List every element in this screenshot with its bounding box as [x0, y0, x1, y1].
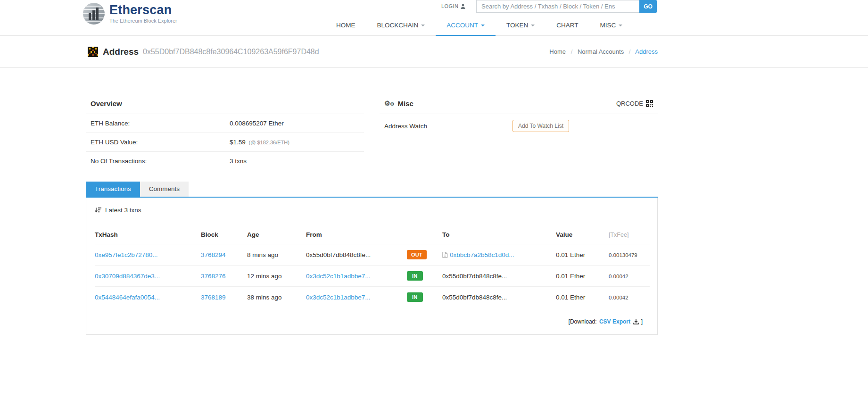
qrcode-button[interactable]: QRCODE	[616, 100, 653, 107]
txhash-link[interactable]: 0x5448464efafa0054...	[95, 294, 160, 301]
eth-usd-value: $1.59	[230, 139, 246, 146]
block-link[interactable]: 3768189	[201, 294, 226, 301]
csv-export-link[interactable]: CSV Export	[599, 318, 630, 325]
overview-table: ETH Balance: 0.008695207 Ether ETH USD V…	[86, 114, 364, 170]
person-icon	[461, 4, 465, 9]
from-address-link[interactable]: 0x3dc52c1b1adbbe7...	[306, 294, 371, 301]
transactions-table: TxHash Block Age From To Value [TxFee] 0…	[95, 226, 650, 307]
etherscan-logo[interactable]: Etherscan The Ethereum Block Explorer	[83, 2, 177, 25]
col-txfee: [TxFee]	[609, 226, 650, 244]
nav-label-chart: CHART	[556, 22, 578, 29]
col-from: From	[306, 226, 407, 244]
breadcrumb-home[interactable]: Home	[549, 48, 566, 55]
block-link[interactable]: 3768276	[201, 273, 226, 280]
eth-balance-label: ETH Balance:	[86, 114, 225, 133]
address-watch-row: Address Watch Add To Watch List	[380, 114, 658, 138]
col-to: To	[442, 226, 556, 244]
misc-title: Misc	[398, 100, 413, 108]
download-prefix: [Download:	[569, 318, 597, 325]
tx-value: 0.01 Ether	[556, 294, 585, 301]
tx-count-value: 3 txns	[230, 158, 247, 165]
age-value: 8 mins ago	[247, 251, 278, 258]
direction-badge-in: IN	[407, 271, 423, 281]
chevron-down-icon	[531, 25, 535, 26]
overview-row-tx-count: No Of Transactions: 3 txns	[86, 152, 364, 171]
breadcrumb: Home / Normal Accounts / Address	[549, 48, 658, 55]
chevron-down-icon	[481, 25, 485, 26]
breadcrumb-separator: /	[629, 48, 631, 55]
nav-item-blockchain[interactable]: BLOCKCHAIN	[366, 15, 436, 36]
nav-label-blockchain: BLOCKCHAIN	[377, 22, 419, 29]
from-address: 0x55d0bf7db848c8fe...	[306, 251, 371, 258]
direction-badge-in: IN	[407, 292, 423, 302]
main-content: Overview ETH Balance: 0.008695207 Ether …	[86, 96, 658, 335]
contract-icon	[442, 252, 447, 258]
from-address-link[interactable]: 0x3dc52c1b1adbbe7...	[306, 273, 371, 280]
tab-transactions[interactable]: Transactions	[86, 182, 140, 197]
transactions-panel: Latest 3 txns TxHash Block Age From To V	[86, 198, 658, 335]
nav-item-token[interactable]: TOKEN	[496, 15, 546, 36]
breadcrumb-separator: /	[571, 48, 573, 55]
address-watch-label: Address Watch	[380, 114, 508, 138]
eth-usd-rate: (@ $182.36/ETH)	[249, 140, 289, 145]
nav-item-account[interactable]: ACCOUNT	[436, 15, 496, 36]
download-row: [Download: CSV Export ]	[86, 307, 657, 325]
tx-fee: 0.00042	[609, 274, 628, 279]
col-age: Age	[247, 226, 306, 244]
nav-item-misc[interactable]: MISC	[589, 15, 634, 36]
logo-tagline: The Ethereum Block Explorer	[109, 18, 177, 24]
txhash-link[interactable]: 0xe957fe1c2b72780...	[95, 251, 158, 258]
age-value: 38 mins ago	[247, 294, 282, 301]
logo-text-block: Etherscan The Ethereum Block Explorer	[109, 4, 177, 24]
table-header-row: TxHash Block Age From To Value [TxFee]	[95, 226, 650, 244]
col-direction	[407, 226, 442, 244]
direction-badge-out: OUT	[407, 250, 427, 259]
overview-panel: Overview ETH Balance: 0.008695207 Ether …	[86, 96, 364, 170]
overview-row-usd-value: ETH USD Value: $1.59 (@ $182.36/ETH)	[86, 133, 364, 152]
gears-icon: ⚙⚙	[384, 100, 395, 107]
nav-item-chart[interactable]: CHART	[546, 15, 589, 36]
col-txhash: TxHash	[95, 226, 201, 244]
login-link[interactable]: LOGIN	[441, 3, 465, 9]
misc-panel: ⚙⚙ Misc QRCODE	[380, 96, 658, 170]
table-row: 0x5448464efafa0054... 3768189 38 mins ag…	[95, 287, 650, 308]
search-input[interactable]	[476, 0, 639, 13]
block-link[interactable]: 3768294	[201, 251, 226, 258]
to-address: 0x55d0bf7db848c8fe...	[442, 294, 507, 301]
breadcrumb-current: Address	[635, 48, 658, 55]
chevron-down-icon	[421, 25, 425, 26]
breadcrumb-normal-accounts[interactable]: Normal Accounts	[578, 48, 624, 55]
tx-fee: 0.00130479	[609, 252, 637, 258]
sort-amount-icon	[95, 208, 101, 213]
tab-comments[interactable]: Comments	[140, 182, 189, 197]
logo-title: Etherscan	[109, 4, 177, 17]
search-bar: GO	[476, 0, 657, 13]
overview-title: Overview	[91, 100, 122, 108]
page-header-band: Address 0x55D0bf7DB848c8fe30964C109263A5…	[0, 36, 868, 68]
to-address-link[interactable]: 0xbbcb7a2b58c1d0d...	[450, 251, 514, 258]
age-value: 12 mins ago	[247, 273, 282, 280]
tx-fee: 0.00042	[609, 295, 628, 300]
page-address: 0x55D0bf7DB848c8fe30964C109263A59f6F97D4…	[143, 48, 319, 56]
latest-txns-label: Latest 3 txns	[105, 207, 141, 214]
address-identicon	[88, 47, 98, 57]
qrcode-label: QRCODE	[616, 100, 643, 107]
table-row: 0x30709d884367de3... 3768276 12 mins ago…	[95, 266, 650, 287]
main-nav: HOME BLOCKCHAIN ACCOUNT TOKEN CHART MISC	[325, 15, 633, 36]
qrcode-icon	[646, 100, 653, 107]
txhash-link[interactable]: 0x30709d884367de3...	[95, 273, 160, 280]
nav-item-home[interactable]: HOME	[325, 15, 366, 36]
login-label: LOGIN	[441, 3, 458, 9]
col-block: Block	[201, 226, 247, 244]
add-to-watch-list-button[interactable]: Add To Watch List	[513, 120, 569, 132]
nav-label-home: HOME	[336, 22, 355, 29]
top-bar: Etherscan The Ethereum Block Explorer LO…	[0, 0, 868, 36]
page-title: Address	[103, 47, 139, 57]
tabs-section: Transactions Comments Latest 3 txns	[86, 182, 658, 335]
nav-label-misc: MISC	[600, 22, 616, 29]
go-button[interactable]: GO	[639, 0, 657, 13]
download-suffix: ]	[641, 318, 643, 325]
nav-label-token: TOKEN	[506, 22, 528, 29]
to-address: 0x55d0bf7db848c8fe...	[442, 273, 507, 280]
tab-bar: Transactions Comments	[86, 182, 658, 198]
